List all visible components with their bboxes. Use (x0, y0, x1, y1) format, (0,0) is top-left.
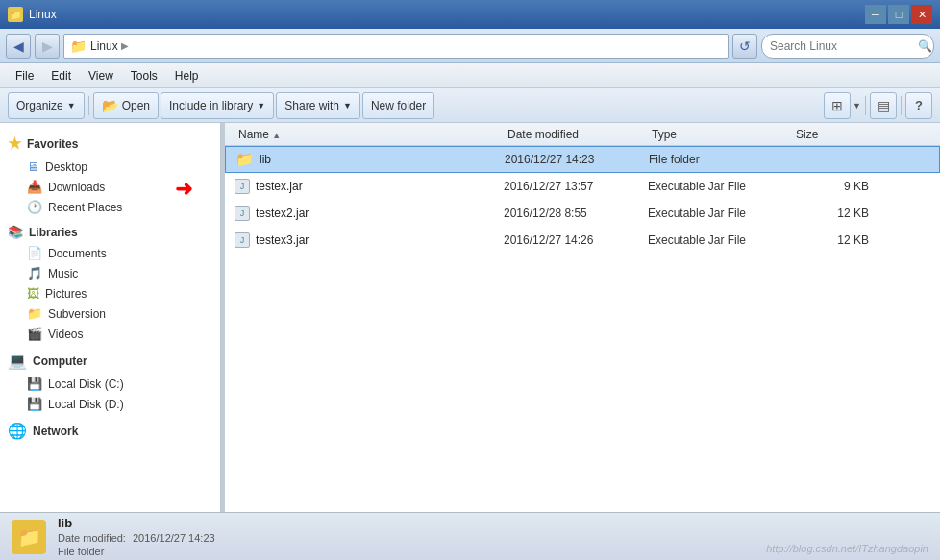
search-bar[interactable]: 🔍 (761, 34, 934, 59)
toolbar-divider-3 (901, 96, 902, 115)
sidebar-item-local-disk-c[interactable]: 💾 Local Disk (C:) (0, 374, 220, 394)
file-type: Executable Jar File (648, 207, 792, 220)
toolbar-divider-2 (865, 96, 866, 115)
forward-button[interactable]: ▶ (35, 34, 60, 59)
recent-places-icon: 🕐 (27, 200, 42, 214)
include-library-button[interactable]: Include in library ▼ (161, 92, 274, 119)
status-folder-icon: 📁 (12, 520, 46, 554)
network-icon: 🌐 (8, 422, 27, 440)
search-icon: 🔍 (918, 39, 932, 53)
include-library-label: Include in library (169, 99, 253, 112)
col-name-label: Name (238, 128, 269, 141)
help-button[interactable]: ? (905, 92, 932, 119)
sidebar-local-disk-c-label: Local Disk (C:) (48, 377, 124, 391)
sidebar-section-favorites: ★ Favorites 🖥 Desktop 📥 Downloads 🕐 Rece… (0, 131, 220, 217)
menu-tools[interactable]: Tools (123, 66, 165, 85)
preview-pane-button[interactable]: ▤ (870, 92, 897, 119)
new-folder-label: New folder (371, 99, 426, 112)
jar-icon: J (235, 179, 250, 194)
folder-title-icon: 📁 (8, 7, 23, 22)
sidebar-documents-label: Documents (48, 247, 107, 260)
open-label: Open (122, 99, 150, 112)
col-size-label: Size (796, 128, 818, 141)
col-header-date[interactable]: Date modified (504, 128, 648, 141)
minimize-button[interactable]: ─ (865, 5, 886, 24)
subversion-icon: 📁 (27, 306, 42, 321)
sidebar-section-network: 🌐 Network (0, 418, 220, 444)
watermark: http://blog.csdn.net/ITzhangdaopin (766, 543, 928, 554)
sidebar-local-disk-d-label: Local Disk (D:) (48, 398, 124, 411)
content-wrapper: Name ▲ Date modified Type Size (225, 123, 940, 512)
sidebar-item-documents[interactable]: 📄 Documents (0, 243, 220, 263)
music-icon: 🎵 (27, 266, 42, 280)
menu-file[interactable]: File (8, 66, 41, 85)
status-type-label: File folder (58, 546, 215, 557)
search-input[interactable] (770, 39, 914, 53)
col-header-name[interactable]: Name ▲ (235, 128, 504, 141)
file-type: File folder (649, 153, 793, 166)
back-button[interactable]: ◀ (6, 34, 31, 59)
sidebar-item-local-disk-d[interactable]: 💾 Local Disk (D:) (0, 394, 220, 414)
breadcrumb-text: Linux ▶ (90, 39, 129, 53)
title-bar-left: 📁 Linux (8, 7, 57, 22)
main-area: ★ Favorites 🖥 Desktop 📥 Downloads 🕐 Rece… (0, 123, 940, 512)
videos-icon: 🎬 (27, 327, 42, 341)
sidebar-libraries-label: Libraries (29, 226, 78, 239)
sidebar-item-recent-places[interactable]: 🕐 Recent Places (0, 197, 220, 217)
share-with-button[interactable]: Share with ▼ (276, 92, 360, 119)
window-title: Linux (29, 8, 57, 21)
file-name-cell: J testex2.jar (235, 206, 504, 221)
view-arrow[interactable]: ▼ (853, 101, 861, 110)
file-size: 12 KB (792, 233, 869, 247)
sidebar-section-libraries: 📚 Libraries 📄 Documents 🎵 Music 🖼 Pictur… (0, 221, 220, 344)
file-list-header: Name ▲ Date modified Type Size (225, 123, 940, 146)
file-row[interactable]: 📁 lib 2016/12/27 14:23 File folder (225, 146, 940, 173)
sidebar-favorites-header[interactable]: ★ Favorites (0, 131, 220, 157)
new-folder-button[interactable]: New folder (362, 92, 434, 119)
file-row[interactable]: J testex3.jar 2016/12/27 14:26 Executabl… (225, 227, 940, 254)
toolbar: Organize ▼ 📂 Open Include in library ▼ S… (0, 88, 940, 123)
file-row[interactable]: J testex2.jar 2016/12/28 8:55 Executable… (225, 200, 940, 227)
refresh-button[interactable]: ↺ (732, 34, 757, 59)
file-name: lib (260, 153, 271, 166)
col-header-type[interactable]: Type (648, 128, 792, 141)
open-button[interactable]: 📂 Open (93, 92, 159, 119)
file-date: 2016/12/27 14:23 (505, 153, 649, 166)
jar-icon: J (235, 232, 250, 248)
organize-button[interactable]: Organize ▼ (8, 92, 85, 119)
favorites-star-icon: ★ (8, 134, 21, 153)
sidebar-computer-header[interactable]: 💻 Computer (0, 348, 220, 374)
close-button[interactable]: ✕ (911, 5, 932, 24)
sidebar-item-videos[interactable]: 🎬 Videos (0, 324, 220, 344)
title-bar: 📁 Linux ─ □ ✕ (0, 0, 940, 29)
breadcrumb-arrow-icon: ▶ (121, 40, 129, 51)
view-toggle-button[interactable]: ⊞ (824, 92, 851, 119)
status-info: lib Date modified: 2016/12/27 14:23 File… (58, 516, 215, 557)
maximize-button[interactable]: □ (888, 5, 909, 24)
sidebar-item-desktop[interactable]: 🖥 Desktop (0, 157, 220, 177)
col-header-size[interactable]: Size (792, 128, 869, 141)
sidebar-network-header[interactable]: 🌐 Network (0, 418, 220, 444)
menu-help[interactable]: Help (167, 66, 207, 85)
sidebar-network-label: Network (33, 425, 78, 438)
menu-view[interactable]: View (81, 66, 121, 85)
sidebar-item-music[interactable]: 🎵 Music (0, 263, 220, 283)
breadcrumb-folder-icon: 📁 (70, 38, 87, 54)
sidebar-section-computer: 💻 Computer 💾 Local Disk (C:) 💾 Local Dis… (0, 348, 220, 414)
share-with-arrow: ▼ (343, 101, 352, 110)
file-row[interactable]: J testex.jar 2016/12/27 13:57 Executable… (225, 173, 940, 200)
share-with-label: Share with (284, 99, 339, 112)
sidebar-libraries-header[interactable]: 📚 Libraries (0, 221, 220, 243)
toolbar-divider-1 (88, 96, 89, 115)
menu-edit[interactable]: Edit (43, 66, 79, 85)
local-disk-d-icon: 💾 (27, 397, 42, 411)
breadcrumb-label: Linux (90, 39, 118, 53)
file-list: Name ▲ Date modified Type Size (225, 123, 940, 512)
organize-arrow: ▼ (67, 101, 76, 110)
sidebar-item-subversion[interactable]: 📁 Subversion (0, 304, 220, 324)
sidebar-item-pictures[interactable]: 🖼 Pictures (0, 283, 220, 304)
sidebar-music-label: Music (48, 267, 78, 280)
sidebar-item-downloads[interactable]: 📥 Downloads (0, 177, 220, 197)
file-type: Executable Jar File (648, 180, 792, 193)
breadcrumb-bar[interactable]: 📁 Linux ▶ (63, 34, 729, 59)
